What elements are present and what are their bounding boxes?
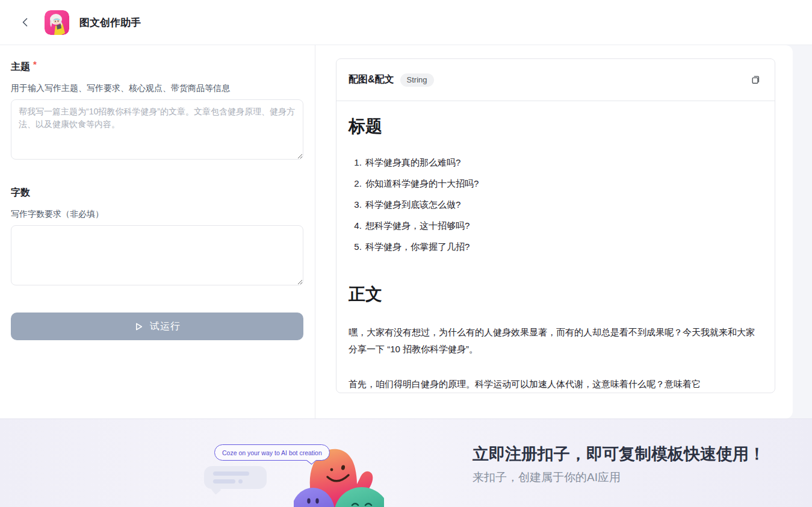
word-count-input[interactable]	[11, 225, 303, 285]
type-badge: String	[400, 73, 434, 87]
output-markdown-body: 标题 科学健身真的那么难吗? 你知道科学健身的十大招吗? 科学健身到底该怎么做?…	[336, 101, 775, 393]
title-list-item: 你知道科学健身的十大招吗?	[364, 173, 759, 194]
title-list-item: 科学健身，你掌握了几招?	[364, 236, 759, 257]
word-count-description: 写作字数要求（非必填）	[11, 208, 303, 219]
title-list-item: 想科学健身，这十招够吗?	[364, 215, 759, 236]
page-title: 图文创作助手	[79, 16, 141, 30]
back-button[interactable]	[17, 14, 34, 31]
input-form-panel: 主题 * 用于输入写作主题、写作要求、核心观点、带货商品等信息 字数 写作字数要…	[0, 45, 315, 418]
topic-input[interactable]	[11, 99, 303, 160]
word-count-label: 字数	[11, 187, 30, 199]
promo-banner: Coze on your way to AI bot creation	[0, 418, 812, 507]
back-chevron-icon	[20, 17, 31, 28]
bot-avatar	[45, 10, 69, 35]
run-button[interactable]: 试运行	[11, 313, 303, 340]
body-heading: 正文	[349, 285, 759, 304]
title-list: 科学健身真的那么难吗? 你知道科学健身的十大招吗? 科学健身到底该怎么做? 想科…	[349, 152, 759, 257]
coze-speech-bubble: Coze on your way to AI bot creation	[214, 444, 330, 461]
output-card: 配图&配文 String 标题 科学健身真的那么难吗? 你知道科学健身的十大招吗…	[336, 58, 775, 393]
banner-copy: 立即注册扣子，即可复制模板快速使用！ 来扣子，创建属于你的AI应用	[473, 443, 765, 485]
chat-placeholder-bubble	[204, 466, 267, 489]
app-header: 图文创作助手	[0, 0, 812, 45]
body-paragraph: 嘿，大家有没有想过，为什么有的人健身效果显著，而有的人却总是看不到成果呢？今天我…	[349, 324, 759, 358]
output-card-header: 配图&配文 String	[336, 59, 775, 101]
copy-button[interactable]	[748, 73, 763, 87]
play-icon	[134, 322, 144, 332]
output-panel: 配图&配文 String 标题 科学健身真的那么难吗? 你知道科学健身的十大招吗…	[315, 45, 793, 418]
word-count-field: 字数 写作字数要求（非必填）	[11, 187, 303, 285]
required-asterisk: *	[33, 61, 37, 68]
banner-subtitle: 来扣子，创建属于你的AI应用	[473, 470, 765, 485]
topic-field: 主题 * 用于输入写作主题、写作要求、核心观点、带货商品等信息	[11, 61, 303, 160]
titles-heading: 标题	[349, 117, 759, 136]
run-button-label: 试运行	[150, 320, 181, 333]
title-list-item: 科学健身真的那么难吗?	[364, 152, 759, 173]
title-list-item: 科学健身到底该怎么做?	[364, 194, 759, 215]
topic-label: 主题	[11, 61, 30, 73]
output-field-name: 配图&配文	[349, 73, 394, 86]
topic-description: 用于输入写作主题、写作要求、核心观点、带货商品等信息	[11, 82, 303, 93]
banner-title: 立即注册扣子，即可复制模板快速使用！	[473, 443, 765, 465]
main-content: 主题 * 用于输入写作主题、写作要求、核心观点、带货商品等信息 字数 写作字数要…	[0, 45, 812, 418]
copy-icon	[751, 75, 761, 85]
body-paragraph: 首先，咱们得明白健身的原理。科学运动可以加速人体代谢，这意味着什么呢？意味着它	[349, 376, 759, 393]
